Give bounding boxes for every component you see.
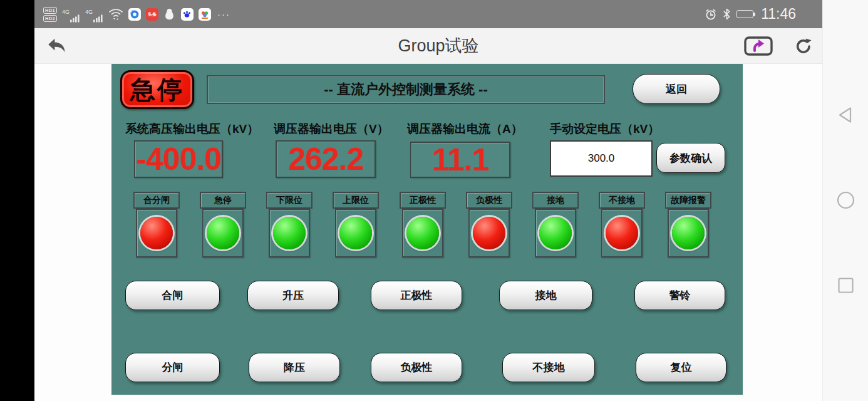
indicator-lamp-icon — [269, 209, 310, 258]
qq-app-icon — [163, 8, 176, 21]
indicator-label: 不接地 — [599, 192, 645, 209]
alarm-clock-icon — [705, 8, 717, 21]
meter-label-reg-voltage: 调压器输出电压（V） — [274, 121, 389, 137]
status-right-icons: 11:46 — [705, 0, 796, 28]
indicator-lamp-icon — [668, 209, 709, 258]
reset-button[interactable]: 复位 — [636, 353, 726, 382]
unground-button[interactable]: 不接地 — [502, 353, 595, 382]
status-bar: HD1 HD2 4G 4G — [34, 0, 822, 28]
float-window-icon[interactable] — [743, 36, 773, 56]
hd1-icon: HD1 — [43, 7, 57, 14]
meter-display-hv-output: -400.0 — [134, 140, 223, 178]
indicator-positive: 正极性 — [400, 192, 446, 209]
meter-label-reg-current: 调压器输出电流（A） — [407, 121, 523, 137]
bluetooth-icon — [723, 8, 731, 20]
page-title: Group试验 — [341, 28, 535, 64]
hd2-icon: HD2 — [43, 15, 57, 22]
negative-polarity-button[interactable]: 负极性 — [371, 353, 462, 382]
indicator-lamp-icon — [468, 209, 510, 258]
indicator-label: 接地 — [532, 192, 579, 209]
back-arrow-icon[interactable] — [46, 36, 68, 56]
meter-display-reg-current: 11.1 — [410, 142, 510, 178]
lower-voltage-button[interactable]: 降压 — [249, 353, 340, 382]
meter-value-reg-voltage: 262.2 — [288, 141, 363, 177]
indicator-negative: 负极性 — [466, 192, 512, 209]
camera-notch-strip — [0, 0, 34, 401]
indicator-fault-alarm: 故障报警 — [665, 192, 711, 209]
more-notifications-icon: ··· — [217, 9, 230, 19]
phone-screen: HD1 HD2 4G 4G — [0, 0, 868, 401]
status-left-icons: HD1 HD2 4G 4G — [43, 6, 230, 23]
nav-home-icon[interactable] — [836, 190, 855, 210]
close-switch-button[interactable]: 合闸 — [125, 281, 220, 310]
wifi-icon — [108, 8, 123, 20]
indicator-ungrounded: 不接地 — [599, 192, 645, 209]
indicator-lamp-icon — [601, 209, 643, 258]
nav-recents-icon[interactable] — [836, 276, 855, 295]
indicator-label: 正极性 — [400, 192, 446, 209]
signal-sim2-icon: 4G — [85, 6, 103, 23]
raise-voltage-button[interactable]: 升压 — [247, 281, 339, 310]
indicator-lamp-icon — [202, 209, 244, 258]
clock-time: 11:46 — [761, 6, 796, 23]
confirm-parameters-button[interactable]: 参数确认 — [656, 143, 725, 173]
indicator-label: 下限位 — [266, 192, 313, 209]
positive-polarity-button[interactable]: 正极性 — [371, 281, 462, 310]
indicator-upper-limit: 上限位 — [333, 192, 379, 209]
refresh-icon[interactable] — [793, 36, 814, 56]
indicator-lamp-icon — [402, 209, 443, 258]
indicator-estop: 急停 — [200, 192, 246, 209]
open-switch-button[interactable]: 分闸 — [125, 353, 220, 382]
indicator-lamp-icon — [335, 209, 376, 258]
indicator-label: 故障报警 — [665, 192, 711, 209]
nav-back-icon[interactable] — [836, 105, 855, 125]
indicator-label: 急停 — [200, 192, 246, 209]
alarm-bell-button[interactable]: 警铃 — [634, 281, 725, 310]
indicator-label: 上限位 — [333, 192, 379, 209]
baidu-app-icon — [181, 8, 194, 21]
indicator-grounded: 接地 — [532, 192, 579, 209]
indicator-lamp-icon — [136, 209, 177, 258]
signal-sim1-icon: 4G — [62, 6, 80, 23]
control-panel: 急停 -- 直流户外控制测量系统 -- 返回 系统高压输出电压（kV） 调压器输… — [111, 64, 743, 395]
android-nav-bar — [822, 0, 868, 401]
indicator-lamp-icon — [535, 209, 576, 258]
hd-volte-icons: HD1 HD2 — [43, 7, 57, 22]
emergency-stop-button[interactable]: 急停 — [120, 70, 194, 109]
app-title-bar: Group试验 — [34, 28, 822, 64]
meter-value-reg-current: 11.1 — [432, 142, 489, 178]
system-title-box: -- 直流户外控制测量系统 -- — [207, 75, 605, 104]
ground-button[interactable]: 接地 — [499, 281, 592, 310]
battery-icon — [736, 10, 755, 18]
return-button[interactable]: 返回 — [633, 74, 720, 104]
meter-display-reg-voltage: 262.2 — [276, 140, 376, 178]
indicator-label: 负极性 — [466, 192, 512, 209]
setpoint-input[interactable] — [550, 140, 653, 177]
indicator-breaker: 合分闸 — [133, 192, 180, 209]
toutiao-app-icon: 头条 — [146, 8, 158, 21]
meter-label-hv-output: 系统高压输出电压（kV） — [125, 121, 259, 137]
indicator-lower-limit: 下限位 — [266, 192, 313, 209]
indicator-label: 合分闸 — [133, 192, 180, 209]
colorful-app-icon — [199, 8, 211, 21]
meter-value-hv-output: -400.0 — [136, 141, 221, 177]
browser-app-icon — [128, 8, 141, 21]
setpoint-label: 手动设定电压（kV） — [550, 121, 659, 137]
